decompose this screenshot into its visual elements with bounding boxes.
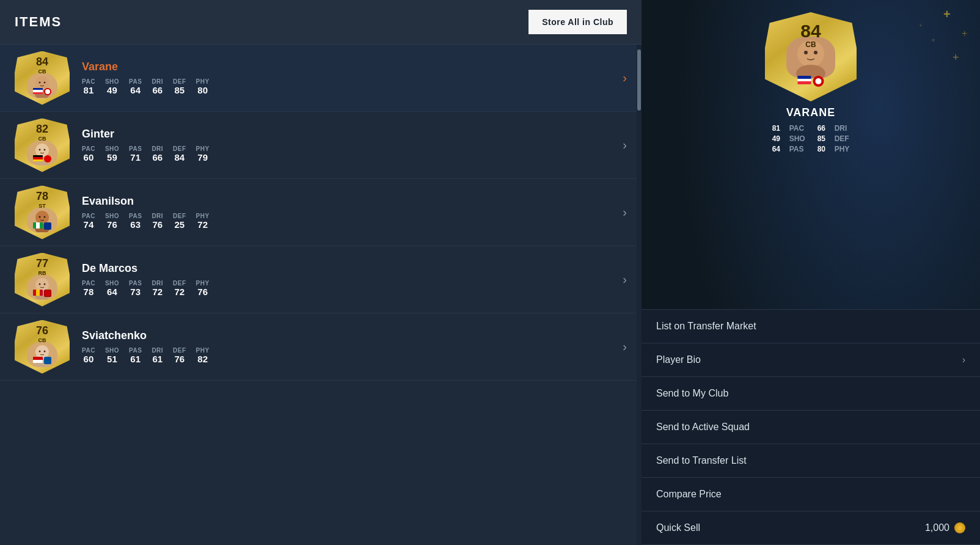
send-my-club-item[interactable]: Send to My Club — [642, 377, 980, 411]
svg-point-2 — [39, 81, 41, 83]
chevron-right-icon: › — [623, 272, 627, 287]
svg-point-27 — [804, 51, 808, 54]
scrollbar-track[interactable] — [637, 45, 642, 545]
selected-player-card: 84 CB — [765, 12, 857, 101]
player-name: Ginter — [82, 128, 616, 141]
player-info-ginter: Ginter PAC60 SHO59 PAS71 DRI66 DEF84 PHY… — [82, 128, 616, 163]
stats-row: PAC74 SHO76 PAS63 DRI76 DEF25 PHY72 — [82, 213, 616, 230]
send-transfer-list-item[interactable]: Send to Transfer List — [642, 444, 980, 478]
svg-point-7 — [44, 148, 46, 150]
player-row[interactable]: 77 RB — [0, 246, 642, 313]
player-row[interactable]: 82 CB — [0, 112, 642, 179]
svg-point-3 — [44, 81, 46, 83]
compare-price-label: Compare Price — [656, 489, 722, 500]
send-my-club-label: Send to My Club — [656, 388, 728, 399]
selected-player-stats: 81 PAC 49 SHO 64 PAS 66 DRI 85 — [772, 124, 850, 153]
chevron-right-icon: › — [962, 354, 965, 365]
player-list: 84 CB — [0, 45, 642, 381]
quick-sell-item[interactable]: Quick Sell 1,000 — [642, 511, 980, 545]
svg-point-10 — [39, 216, 41, 218]
list-transfer-market-item[interactable]: List on Transfer Market — [642, 310, 980, 343]
svg-point-15 — [44, 283, 46, 285]
svg-point-19 — [44, 350, 46, 352]
items-title: ITEMS — [15, 14, 62, 30]
player-bio-item[interactable]: Player Bio › — [642, 343, 980, 377]
action-menu: List on Transfer Market Player Bio › Sen… — [642, 309, 980, 545]
send-active-squad-item[interactable]: Send to Active Squad — [642, 411, 980, 444]
stats-row: PAC60 SHO51 PAS61 DRI61 DEF76 PHY82 — [82, 347, 616, 364]
player-name: De Marcos — [82, 262, 616, 275]
list-transfer-market-label: List on Transfer Market — [656, 321, 756, 332]
send-active-squad-label: Send to Active Squad — [656, 422, 750, 433]
player-card-evanilson: 78 ST — [15, 186, 70, 240]
player-row[interactable]: 76 CB — [0, 313, 642, 381]
svg-point-18 — [39, 350, 41, 352]
player-name: Evanilson — [82, 195, 616, 208]
player-name: Varane — [82, 60, 616, 73]
player-row[interactable]: 84 CB — [0, 45, 642, 112]
player-card-ginter: 82 CB — [15, 119, 70, 172]
player-bio-label: Player Bio — [656, 354, 701, 365]
player-card-sviatchenko: 76 CB — [15, 320, 70, 374]
compare-price-item[interactable]: Compare Price — [642, 478, 980, 511]
selected-player-area: 84 CB V — [642, 0, 980, 183]
send-transfer-list-label: Send to Transfer List — [656, 455, 747, 466]
svg-point-14 — [39, 283, 41, 285]
player-card-demarcos: 77 RB — [15, 253, 70, 307]
chevron-right-icon: › — [623, 138, 627, 152]
player-info-evanilson: Evanilson PAC74 SHO76 PAS63 DRI76 DEF25 … — [82, 195, 616, 230]
svg-point-28 — [814, 51, 817, 54]
stats-row: PAC81 SHO49 PAS64 DRI66 DEF85 PHY80 — [82, 78, 616, 95]
coin-icon — [954, 522, 965, 533]
quick-sell-value: 1,000 — [925, 522, 965, 533]
svg-point-6 — [39, 148, 41, 150]
items-header: ITEMS Store All in Club — [0, 0, 642, 45]
selected-player-name: VARANE — [786, 106, 836, 119]
player-info-demarcos: De Marcos PAC78 SHO64 PAS73 DRI72 DEF72 … — [82, 262, 616, 297]
player-row[interactable]: 78 ST — [0, 179, 642, 246]
chevron-right-icon: › — [623, 340, 627, 354]
store-all-button[interactable]: Store All in Club — [528, 10, 627, 34]
scrollbar-thumb[interactable] — [637, 49, 641, 111]
player-info-sviatchenko: Sviatchenko PAC60 SHO51 PAS61 DRI61 DEF7… — [82, 329, 616, 364]
chevron-right-icon: › — [623, 71, 627, 85]
svg-point-11 — [44, 216, 46, 218]
chevron-right-icon: › — [623, 205, 627, 219]
player-info-varane: Varane PAC81 SHO49 PAS64 DRI66 DEF85 PHY… — [82, 60, 616, 95]
stats-row: PAC60 SHO59 PAS71 DRI66 DEF84 PHY79 — [82, 145, 616, 163]
quick-sell-label: Quick Sell — [656, 522, 700, 533]
stats-row: PAC78 SHO64 PAS73 DRI72 DEF72 PHY76 — [82, 280, 616, 297]
player-card-varane: 84 CB — [15, 51, 70, 105]
player-name: Sviatchenko — [82, 329, 616, 342]
